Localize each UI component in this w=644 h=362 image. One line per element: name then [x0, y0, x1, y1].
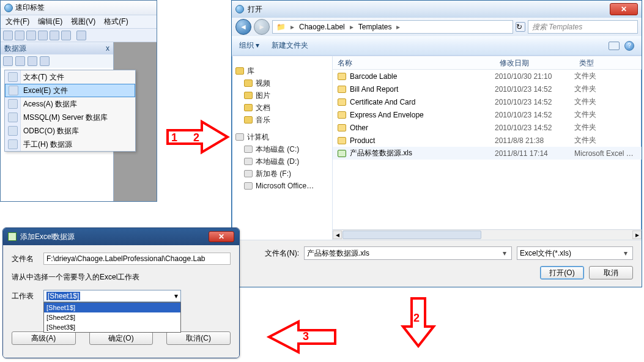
- file-path-input[interactable]: F:\drieya\Chaoge.LabelProfessional\Chaog…: [43, 253, 231, 265]
- crumb-1[interactable]: Chaoge.Label: [299, 23, 345, 31]
- forward-button[interactable]: ►: [254, 19, 270, 35]
- back-button[interactable]: ◄: [235, 19, 251, 35]
- mssql-db-icon: [8, 113, 18, 122]
- open-button[interactable]: 打开(O): [540, 266, 584, 279]
- address-bar[interactable]: 📁 ▸ Chaoge.Label ▸ Templates ▸: [272, 20, 513, 34]
- tree-pictures-label: 图片: [256, 90, 270, 101]
- sheet-dropdown-list: [Sheet1$] [Sheet2$] [Sheet3$]: [43, 302, 181, 333]
- tree-drive-f-label: 新加卷 (F:): [256, 169, 291, 179]
- app1-title-text: 速印标签: [15, 2, 45, 13]
- tree-docs[interactable]: 文档: [235, 102, 328, 114]
- file-path-value: F:\drieya\Chaoge.LabelProfessional\Chaog…: [46, 254, 205, 263]
- col-type[interactable]: 类型: [574, 56, 642, 69]
- tree-drive-c[interactable]: 本地磁盘 (C:): [235, 143, 328, 155]
- refresh-icon[interactable]: [28, 56, 37, 66]
- scroll-left-icon[interactable]: ◂: [333, 231, 342, 239]
- tree-office[interactable]: Microsoft Office…: [235, 180, 328, 192]
- folder-icon: [338, 73, 346, 80]
- music-icon: [244, 116, 253, 124]
- library-icon: [235, 67, 244, 75]
- menu-mssql-db[interactable]: MSSQL(M) Server 数据库: [5, 111, 135, 124]
- nav-tree: 库 视频 图片 文档 音乐 计算机 本地磁盘 (C:) 本地磁盘 (D:) 新加…: [232, 56, 333, 240]
- horizontal-scrollbar[interactable]: ◂ ▸: [333, 229, 642, 240]
- crumb-2[interactable]: Templates: [358, 23, 392, 31]
- file-row[interactable]: Barcode Lable2010/10/30 21:10文件夹: [333, 70, 642, 83]
- pointer-icon[interactable]: [76, 31, 86, 40]
- file-date: 2010/10/23 14:52: [495, 85, 574, 94]
- file-row[interactable]: Certificate And Card2010/10/23 14:52文件夹: [333, 95, 642, 108]
- ok-button[interactable]: 确定(O): [89, 331, 154, 345]
- tree-computer[interactable]: 计算机: [235, 131, 328, 143]
- sheet-value: [Sheet1$]: [46, 292, 80, 300]
- tree-music[interactable]: 音乐: [235, 114, 328, 126]
- sheet-option-2[interactable]: [Sheet2$]: [44, 312, 180, 322]
- add-excel-ds-dialog: 添加Excel数据源 ✕ 文件名 F:\drieya\Chaoge.LabelP…: [2, 227, 240, 358]
- advanced-button[interactable]: 高级(A): [12, 331, 76, 345]
- help-icon[interactable]: [61, 31, 71, 40]
- menu-access-db-label: Acess(A) 数据库: [23, 99, 77, 109]
- open-dialog-footer: 文件名(N): 产品标签数据源.xls ▾ Excel文件(*.xls) ▾ 打…: [232, 240, 642, 287]
- file-date: 2010/10/23 14:52: [495, 98, 574, 106]
- file-row[interactable]: Bill And Report2010/10/23 14:52文件夹: [333, 83, 642, 95]
- cancel-button[interactable]: 取消(C): [166, 331, 231, 345]
- file-row[interactable]: 产品标签数据源.xls2011/8/11 17:14Microsoft Exce…: [333, 147, 642, 160]
- menu-format[interactable]: 格式(F): [104, 17, 128, 27]
- chevron-down-icon[interactable]: ▾: [621, 249, 630, 257]
- search-input[interactable]: 搜索 Templates: [528, 20, 638, 34]
- file-filter-select[interactable]: Excel文件(*.xls) ▾: [517, 246, 633, 260]
- open-icon[interactable]: [15, 31, 24, 40]
- menu-text-file[interactable]: 文本(T) 文件: [5, 70, 135, 84]
- scroll-right-icon[interactable]: ▸: [632, 231, 642, 239]
- refresh-icon[interactable]: ↻: [516, 22, 525, 32]
- add-ds-icon[interactable]: [3, 56, 13, 66]
- pictures-icon: [244, 92, 253, 99]
- menu-excel-file[interactable]: Excel(E) 文件: [5, 84, 135, 97]
- filter-icon[interactable]: [40, 56, 50, 66]
- file-row[interactable]: Product2011/8/8 21:38文件夹: [333, 134, 642, 147]
- help-icon[interactable]: ?: [624, 41, 634, 51]
- file-name: 产品标签数据源.xls: [350, 148, 495, 158]
- file-row[interactable]: Express And Envelope2010/10/23 14:52文件夹: [333, 108, 642, 121]
- close-button[interactable]: ✕: [610, 3, 638, 15]
- col-name[interactable]: 名称: [333, 56, 495, 69]
- remove-ds-icon[interactable]: [15, 56, 25, 66]
- folder-icon: [338, 98, 346, 106]
- scroll-thumb[interactable]: [342, 231, 481, 239]
- file-list: 名称 修改日期 类型 Barcode Lable2010/10/30 21:10…: [333, 56, 642, 240]
- tree-drive-d[interactable]: 本地磁盘 (D:): [235, 155, 328, 168]
- sheet-option-3[interactable]: [Sheet3$]: [44, 322, 180, 332]
- tree-pictures[interactable]: 图片: [235, 89, 328, 102]
- view-mode-icon[interactable]: [609, 42, 620, 50]
- menu-odbc-db[interactable]: ODBC(O) 数据库: [5, 124, 135, 138]
- tree-videos[interactable]: 视频: [235, 77, 328, 89]
- menu-file[interactable]: 文件(F): [6, 17, 29, 27]
- save-icon[interactable]: [26, 31, 36, 40]
- cancel-button[interactable]: 取消: [589, 266, 633, 279]
- menu-view[interactable]: 视图(V): [71, 17, 95, 27]
- panel-close-icon[interactable]: x: [106, 44, 109, 53]
- print-icon[interactable]: [38, 31, 48, 40]
- organize-button[interactable]: 组织 ▾: [239, 40, 259, 51]
- new-icon[interactable]: [3, 31, 13, 40]
- chevron-down-icon[interactable]: ▾: [174, 292, 178, 300]
- close-button[interactable]: ✕: [209, 231, 234, 242]
- filename-input[interactable]: 产品标签数据源.xls ▾: [304, 246, 512, 260]
- sheet-select[interactable]: [Sheet1$] ▾ [Sheet1$] [Sheet2$] [Sheet3$…: [43, 290, 181, 302]
- new-folder-button[interactable]: 新建文件夹: [272, 40, 308, 51]
- menu-edit[interactable]: 编辑(E): [38, 17, 62, 27]
- preview-icon[interactable]: [50, 31, 59, 40]
- sheet-option-1[interactable]: [Sheet1$]: [44, 303, 180, 312]
- step-2b-label: 2: [413, 312, 420, 325]
- col-date[interactable]: 修改日期: [495, 56, 574, 69]
- chevron-down-icon[interactable]: ▾: [500, 249, 509, 257]
- advanced-button-label: 高级(A): [31, 333, 56, 344]
- filename-value: 产品标签数据源.xls: [307, 248, 369, 259]
- app1-titlebar: 速印标签: [1, 1, 157, 15]
- menu-access-db[interactable]: Acess(A) 数据库: [5, 97, 135, 111]
- file-name: Bill And Report: [350, 85, 495, 94]
- tree-drive-f[interactable]: 新加卷 (F:): [235, 168, 328, 180]
- file-row[interactable]: Other2010/10/23 14:52文件夹: [333, 121, 642, 134]
- crumb-root[interactable]: 📁: [276, 23, 286, 31]
- tree-library[interactable]: 库: [235, 65, 328, 77]
- menu-manual-ds[interactable]: 手工(H) 数据源: [5, 138, 135, 151]
